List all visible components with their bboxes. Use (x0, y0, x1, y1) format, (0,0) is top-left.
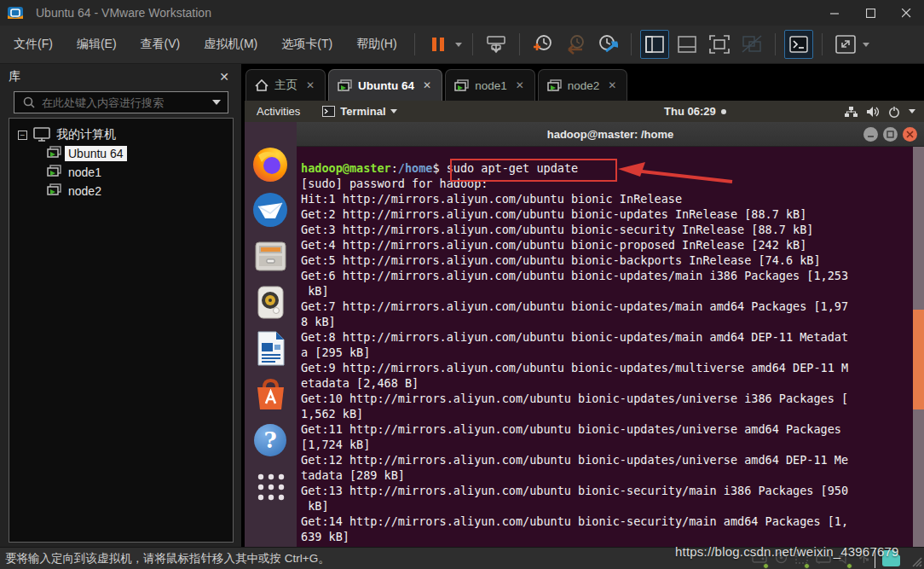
full-screen-dropdown-icon[interactable] (863, 43, 869, 47)
volume-icon[interactable] (866, 106, 880, 118)
tab-label: node2 (568, 79, 600, 92)
ubuntu-software-icon[interactable] (251, 375, 290, 414)
vmware-workstation-window: Ubuntu 64 - VMware Workstation 文件(F)编辑(E… (0, 0, 924, 569)
tab-close-icon[interactable]: ✕ (304, 79, 316, 91)
tree-item-label: Ubuntu 64 (65, 146, 127, 161)
terminal-line: Get:10 http://mirrors.aliyun.com/ubuntu … (301, 391, 924, 406)
maximize-button[interactable] (852, 0, 888, 26)
files-icon[interactable] (251, 237, 290, 276)
terminal-line: Get:2 http://mirrors.aliyun.com/ubuntu b… (301, 206, 924, 222)
minimize-button[interactable] (817, 0, 852, 26)
resize-grip[interactable] (910, 555, 922, 567)
take-snapshot-icon[interactable] (528, 30, 557, 59)
tree-item-Ubuntu 64[interactable]: Ubuntu 64 (47, 144, 228, 163)
watermark: https://blog.csdn.net/weixin_43967679 (675, 544, 899, 559)
firefox-icon[interactable] (251, 145, 290, 183)
tab-node2[interactable]: node2✕ (538, 69, 628, 101)
collapse-icon[interactable]: − (18, 131, 27, 140)
tab-主页[interactable]: 主页✕ (245, 69, 326, 101)
tree-item-node1[interactable]: node1 (47, 163, 228, 182)
terminal-app-menu[interactable]: Terminal (322, 105, 400, 118)
terminal-line: tadata [289 kB] (301, 467, 924, 483)
menu-item-1[interactable]: 编辑(E) (66, 32, 127, 57)
menu-item-4[interactable]: 选项卡(T) (271, 32, 343, 57)
terminal-line: 1,562 kB] (301, 406, 924, 421)
ubuntu-top-bar: Activities Terminal Thu 06:29 (245, 101, 924, 122)
clock[interactable]: Thu 06:29 (664, 105, 726, 118)
tab-label: 主页 (274, 78, 297, 93)
menu-bar: 文件(F)编辑(E)查看(V)虚拟机(M)选项卡(T)帮助(H) (0, 26, 924, 64)
terminal-title: hadoop@master: /home (547, 128, 673, 141)
vm-icon (547, 79, 562, 92)
terminal-scrollbar[interactable] (913, 147, 924, 547)
tab-Ubuntu 64[interactable]: Ubuntu 64✕ (328, 69, 442, 101)
libreoffice-writer-icon[interactable] (251, 329, 290, 368)
send-ctrl-alt-del-icon[interactable] (482, 30, 511, 59)
terminal-app-label: Terminal (340, 105, 385, 118)
tree-root-label: 我的计算机 (56, 127, 116, 142)
app-grid-icon[interactable] (251, 467, 290, 506)
menu-item-3[interactable]: 虚拟机(M) (193, 32, 268, 57)
terminal-line: Get:9 http://mirrors.aliyun.com/ubuntu b… (301, 360, 924, 375)
pause-dropdown-icon[interactable] (455, 43, 462, 47)
vm-icon (47, 165, 61, 177)
svg-text:?: ? (263, 427, 276, 453)
terminal-line: a [295 kB] (301, 345, 924, 360)
search-input[interactable] (42, 96, 212, 109)
tab-close-icon[interactable]: ✕ (606, 79, 618, 91)
power-icon[interactable] (888, 106, 900, 118)
network-icon[interactable] (844, 106, 858, 118)
terminal-line: Get:13 http://mirrors.aliyun.com/ubuntu … (301, 483, 924, 498)
terminal-line: Hit:1 http://mirrors.aliyun.com/ubuntu b… (301, 191, 924, 206)
terminal-output[interactable]: hadoop@master:/home$ sudo apt-get update… (297, 147, 924, 547)
terminal-title-bar[interactable]: hadoop@master: /home (297, 122, 924, 147)
tree-item-node2[interactable]: node2 (47, 182, 228, 200)
computer-icon (32, 127, 51, 142)
tree-root-my-computer[interactable]: − 我的计算机 (14, 125, 228, 144)
vmware-logo-icon (7, 4, 24, 21)
system-menu-chevron-icon[interactable] (909, 109, 915, 113)
search-dropdown-icon[interactable] (212, 100, 221, 105)
terminal-line: etadata [2,468 B] (301, 375, 924, 391)
library-close-icon[interactable]: ✕ (216, 70, 233, 84)
terminal-close-button[interactable] (903, 127, 917, 142)
tab-close-icon[interactable]: ✕ (421, 79, 433, 91)
close-button[interactable] (888, 0, 924, 26)
vm-icon (338, 79, 352, 92)
notification-dot (721, 109, 726, 114)
thunderbird-icon[interactable] (251, 191, 290, 229)
ubuntu-dock: ? (245, 122, 297, 547)
terminal-line: Get:8 http://mirrors.aliyun.com/ubuntu b… (301, 329, 924, 345)
terminal-line: kB] (301, 498, 924, 514)
terminal-scrollbar-thumb[interactable] (913, 310, 924, 409)
tab-bar: 主页✕Ubuntu 64✕node1✕node2✕ (241, 64, 924, 101)
vm-tree-panel: − 我的计算机 Ubuntu 64node1node2 (9, 118, 234, 543)
library-search[interactable] (14, 91, 228, 113)
terminal-minimize-button[interactable] (863, 127, 878, 142)
tab-close-icon[interactable]: ✕ (514, 79, 526, 91)
full-screen-icon[interactable] (831, 30, 860, 59)
show-library-toggle[interactable] (640, 30, 669, 59)
revert-snapshot-icon-disabled (561, 30, 590, 59)
tree-item-label: node1 (65, 165, 105, 180)
pause-button[interactable] (424, 30, 453, 59)
rhythmbox-icon[interactable] (251, 283, 290, 322)
menu-item-0[interactable]: 文件(F) (3, 32, 63, 57)
vm-content-area: 主页✕Ubuntu 64✕node1✕node2✕ Activities Ter… (241, 64, 924, 547)
activities-button[interactable]: Activities (257, 105, 300, 118)
terminal-line: Get:5 http://mirrors.aliyun.com/ubuntu b… (301, 253, 924, 268)
search-icon (23, 96, 35, 108)
terminal-line: [1,724 kB] (301, 437, 924, 452)
menu-item-5[interactable]: 帮助(H) (346, 32, 407, 57)
menu-item-2[interactable]: 查看(V) (130, 32, 191, 57)
fit-guest-icon[interactable] (705, 30, 734, 59)
tab-label: node1 (475, 79, 507, 92)
console-view-toggle[interactable] (784, 30, 813, 59)
manage-snapshots-icon[interactable] (593, 30, 622, 59)
vm-icon (47, 146, 61, 159)
tab-node1[interactable]: node1✕ (445, 69, 535, 101)
terminal-maximize-button[interactable] (883, 127, 898, 142)
help-icon[interactable]: ? (251, 421, 290, 460)
terminal-line: Get:3 http://mirrors.aliyun.com/ubuntu b… (301, 222, 924, 237)
show-thumbnail-bar-toggle[interactable] (673, 30, 702, 59)
